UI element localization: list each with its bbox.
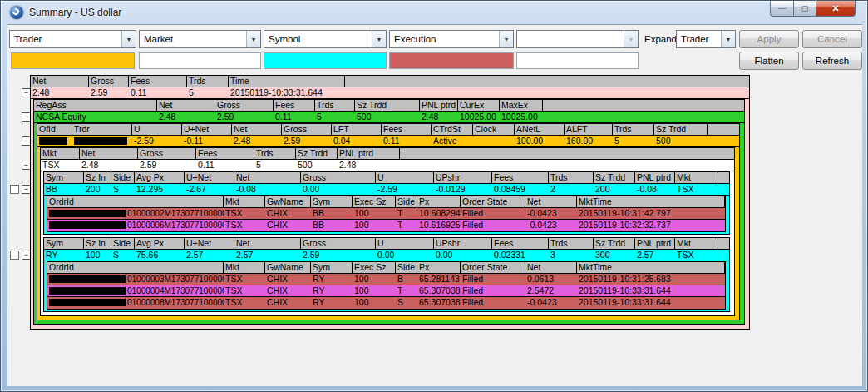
summary-header-row: NetGrossFeesTrdsTime <box>31 76 749 87</box>
header-cell: Net <box>525 196 577 207</box>
header-cell: Sz Trdd <box>594 238 635 249</box>
market-group: MktNetGrossFeesTrdsSz TrddPNL ptrd TSX2.… <box>40 147 735 316</box>
symbol-color-field[interactable] <box>264 52 387 69</box>
header-cell: Trds <box>315 100 355 111</box>
data-cell: -0.0129 <box>434 184 492 195</box>
cancel-button[interactable]: Cancel <box>802 30 862 48</box>
data-cell: 100 <box>353 285 396 296</box>
trader-color-field[interactable] <box>11 52 135 69</box>
summary-row[interactable]: 2.482.590.11520150119-10:33:31.644 <box>31 87 749 99</box>
trader-filter-combo[interactable]: Trader ▼ <box>9 30 136 48</box>
data-cell: 100 <box>353 220 396 231</box>
data-cell: 500 <box>355 112 420 122</box>
execution-filter-combo[interactable]: Execution ▼ <box>389 30 514 48</box>
data-cell: RY <box>44 250 84 261</box>
expand-mode-combo[interactable]: Trader ▼ <box>676 30 736 48</box>
data-cell: 0.0613 <box>525 274 577 285</box>
header-cell: ANetL <box>515 124 565 135</box>
market-row[interactable]: TSX2.482.590.1155002.48 <box>41 160 734 171</box>
data-cell: TSX <box>224 208 265 219</box>
symbol-group-ry: SymSz InSideAvg PxU+NetNetGrossUUPshrFee… <box>43 237 730 312</box>
data-cell: 10025.00 <box>458 112 500 122</box>
data-cell: RY <box>311 274 353 285</box>
regass-row[interactable]: NCSA Equity2.482.590.1155002.4810025.001… <box>34 112 744 123</box>
order-row[interactable]: 01000008M173077100000TSXCHIXRY100S65.307… <box>47 297 725 309</box>
header-cell: Trds <box>187 76 229 87</box>
trader-header-row: OfIdTrdrUU+NetNetGrossLFTFeesCTrdStClock… <box>37 124 739 136</box>
orders-group-ry: OrdrIdMktGwNameSymExec SzSidePxOrder Sta… <box>47 261 726 310</box>
data-cell: Filled <box>461 274 525 285</box>
header-cell: Avg Px <box>135 238 185 249</box>
header-cell: PNL ptrd <box>635 238 675 249</box>
data-cell: 0.11 <box>129 87 187 98</box>
header-cell: Fees <box>492 172 549 183</box>
data-cell: 10025.00 <box>500 112 543 122</box>
data-cell: 2.48 <box>338 160 400 171</box>
header-cell: Gross <box>215 100 274 111</box>
data-cell: TSX <box>224 220 265 231</box>
header-cell: Side <box>111 238 135 249</box>
flatten-button[interactable]: Flatten <box>739 52 799 70</box>
data-cell <box>718 250 729 261</box>
data-cell: -0.0423 <box>525 220 577 231</box>
order-row[interactable]: 01000006M173077100000TSXCHIXBB100T10.616… <box>47 220 725 231</box>
header-cell: Clock <box>473 124 515 135</box>
header-cell: Net <box>31 76 89 87</box>
header-cell: Side <box>396 196 417 207</box>
data-cell: Filled <box>461 208 525 219</box>
data-cell: S <box>111 250 135 261</box>
symbol-filter-combo[interactable]: Symbol ▼ <box>264 30 387 48</box>
header-cell: Net <box>234 238 301 249</box>
data-cell: BB <box>44 184 84 195</box>
minimize-button[interactable]: — <box>770 1 794 17</box>
data-cell: 20150119-10:33:31.644 <box>229 87 345 98</box>
extra-color-field[interactable] <box>516 52 639 69</box>
close-button[interactable]: ✕ <box>816 1 856 17</box>
header-cell: MktTime <box>577 196 725 207</box>
header-cell: PNL ptrd <box>338 148 400 159</box>
order-row[interactable]: 01000002M173077100000TSXCHIXBB100T10.608… <box>47 208 725 220</box>
header-cell: OrdrId <box>47 262 224 273</box>
header-cell: OfId <box>37 124 72 135</box>
data-cell: 2.59 <box>215 112 274 122</box>
header-cell: Order State <box>461 196 525 207</box>
data-cell: RY <box>311 285 353 296</box>
header-cell: Net <box>234 172 301 183</box>
data-cell: 0.11 <box>274 112 315 122</box>
order-row[interactable]: 01000003M173077100000TSXCHIXRY100B65.281… <box>47 274 725 285</box>
execution-color-field[interactable] <box>389 52 514 69</box>
trader-row[interactable]: -2.59-0.112.482.590.040.11Active100.0016… <box>37 136 739 147</box>
header-cell: ALFT <box>565 124 613 135</box>
data-cell <box>37 136 72 146</box>
row-checkbox-bb[interactable] <box>10 185 19 194</box>
data-cell: 10.608294 <box>417 208 461 219</box>
data-cell: 200 <box>594 184 635 195</box>
row-checkbox-ry[interactable] <box>10 251 19 260</box>
data-cell: NCSA Equity <box>34 112 157 122</box>
title-bar[interactable]: Summary - US dollar — ▢ ✕ <box>1 1 867 24</box>
combo-value: Trader <box>681 34 708 44</box>
data-cell: 2.57 <box>185 250 234 261</box>
header-cell <box>345 76 749 87</box>
header-cell: LFT <box>332 124 382 135</box>
data-cell: 01000006M173077100000 <box>47 220 224 231</box>
header-cell: Fees <box>382 124 432 135</box>
data-cell: 12.295 <box>135 184 185 195</box>
market-filter-combo[interactable]: Market ▼ <box>139 30 261 48</box>
apply-button[interactable]: Apply <box>739 30 799 48</box>
market-color-field[interactable] <box>139 52 261 69</box>
data-cell: 01000002M173077100000 <box>47 208 224 219</box>
data-cell: T <box>396 220 417 231</box>
extra-filter-combo[interactable]: ▼ <box>516 30 639 48</box>
maximize-button[interactable]: ▢ <box>794 1 816 17</box>
data-cell: 01000008M173077100000 <box>47 297 224 308</box>
order-row[interactable]: 01000004M173077100000TSXCHIXRY100T65.307… <box>47 285 725 297</box>
app-window: Summary - US dollar — ▢ ✕ Trader ▼ Marke… <box>0 0 868 392</box>
regass-header-row: RegAssNetGrossFeesTrdsSz TrddPNL ptrdCur… <box>34 100 744 112</box>
symbol-row-ry[interactable]: RY100S75.662.572.572.590.000.000.0233133… <box>44 250 729 261</box>
refresh-button[interactable]: Refresh <box>802 52 862 70</box>
symbol-row-bb[interactable]: BB200S12.295-2.67-0.080.00-2.59-0.01290.… <box>44 184 729 196</box>
data-cell: 2.57 <box>234 250 301 261</box>
header-cell <box>708 124 739 135</box>
data-cell: 2.5472 <box>525 285 577 296</box>
